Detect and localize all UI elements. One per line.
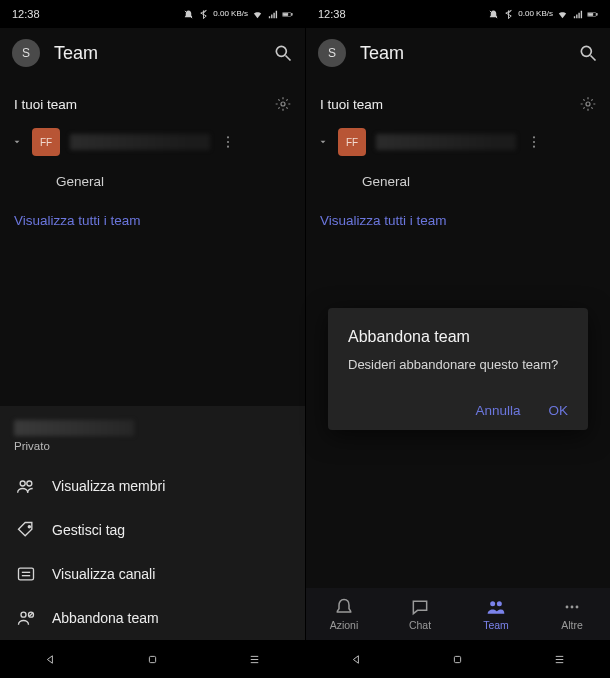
home-icon[interactable] xyxy=(450,652,465,667)
svg-point-16 xyxy=(21,612,26,617)
leave-team-dialog: Abbandona team Desideri abbandonare ques… xyxy=(328,308,588,429)
svg-point-8 xyxy=(227,141,229,143)
see-all-teams-link[interactable]: Visualizza tutti i team xyxy=(306,199,610,242)
channel-general[interactable]: General xyxy=(306,164,610,199)
sheet-item-manage-tags[interactable]: Gestisci tag xyxy=(0,508,305,552)
search-icon[interactable] xyxy=(273,43,293,63)
status-indicators: 0.00 KB/s xyxy=(488,9,598,20)
sheet-item-view-members[interactable]: Visualizza membri xyxy=(0,464,305,508)
mute-icon xyxy=(183,9,194,20)
svg-point-12 xyxy=(28,526,30,528)
svg-line-28 xyxy=(591,56,596,61)
sheet-item-label: Gestisci tag xyxy=(52,522,125,538)
net-speed: 0.00 KB/s xyxy=(213,10,248,18)
people-icon xyxy=(16,476,36,496)
battery-icon xyxy=(587,9,598,20)
svg-point-37 xyxy=(576,606,579,609)
nav-azioni[interactable]: Azioni xyxy=(306,588,382,640)
more-icon[interactable] xyxy=(526,134,542,150)
left-screenshot: 12:38 0.00 KB/s S Team I tuoi team FF Ge… xyxy=(0,0,305,678)
svg-point-31 xyxy=(533,141,535,143)
bluetooth-icon xyxy=(198,9,209,20)
svg-rect-19 xyxy=(149,656,155,662)
mute-icon xyxy=(488,9,499,20)
svg-point-29 xyxy=(586,102,590,106)
page-title: Team xyxy=(360,43,564,64)
svg-rect-3 xyxy=(283,13,288,15)
nav-more[interactable]: Altre xyxy=(534,588,610,640)
gear-icon[interactable] xyxy=(580,96,596,112)
page-title: Team xyxy=(54,43,259,64)
your-teams-label: I tuoi team xyxy=(320,97,383,112)
svg-point-10 xyxy=(20,481,25,486)
bottom-nav: Azioni Chat Team Altre xyxy=(306,588,610,640)
home-icon[interactable] xyxy=(145,652,160,667)
team-row[interactable]: FF xyxy=(306,120,610,164)
back-icon[interactable] xyxy=(349,652,364,667)
signal-icon xyxy=(267,9,278,20)
svg-point-30 xyxy=(533,136,535,138)
nav-team[interactable]: Team xyxy=(458,588,534,640)
svg-line-18 xyxy=(29,613,32,616)
team-name-redacted xyxy=(70,134,210,150)
svg-line-5 xyxy=(286,56,291,61)
tag-icon xyxy=(16,520,36,540)
team-badge: FF xyxy=(32,128,60,156)
recents-icon[interactable] xyxy=(247,652,262,667)
team-name-redacted xyxy=(376,134,516,150)
see-all-teams-link[interactable]: Visualizza tutti i team xyxy=(0,199,305,242)
gear-icon[interactable] xyxy=(275,96,291,112)
svg-rect-38 xyxy=(455,656,461,662)
svg-point-36 xyxy=(571,606,574,609)
nav-label: Chat xyxy=(409,619,431,631)
recents-icon[interactable] xyxy=(552,652,567,667)
android-nav-bar xyxy=(306,640,610,678)
chevron-down-icon[interactable] xyxy=(12,137,22,147)
cancel-button[interactable]: Annulla xyxy=(475,403,520,418)
team-row[interactable]: FF xyxy=(0,120,305,164)
search-icon[interactable] xyxy=(578,43,598,63)
your-teams-heading: I tuoi team xyxy=(306,78,610,120)
svg-rect-25 xyxy=(596,13,597,15)
back-icon[interactable] xyxy=(43,652,58,667)
team-actions-sheet: Privato Visualizza membri Gestisci tag V… xyxy=(0,406,305,640)
dialog-message: Desideri abbandonare questo team? xyxy=(348,356,568,374)
svg-point-32 xyxy=(533,146,535,148)
svg-point-35 xyxy=(566,606,569,609)
sheet-team-name-redacted xyxy=(14,420,134,436)
list-icon xyxy=(16,564,36,584)
svg-point-4 xyxy=(276,46,286,56)
nav-chat[interactable]: Chat xyxy=(382,588,458,640)
android-nav-bar xyxy=(0,640,305,678)
leave-icon xyxy=(16,608,36,628)
profile-avatar[interactable]: S xyxy=(318,39,346,67)
status-bar: 12:38 0.00 KB/s xyxy=(0,0,305,28)
dialog-title: Abbandona team xyxy=(348,328,568,346)
battery-icon xyxy=(282,9,293,20)
app-header: S Team xyxy=(0,28,305,78)
svg-point-11 xyxy=(27,481,32,486)
sheet-item-label: Abbandona team xyxy=(52,610,159,626)
status-time: 12:38 xyxy=(318,8,346,20)
chevron-down-icon[interactable] xyxy=(318,137,328,147)
svg-point-27 xyxy=(581,46,591,56)
profile-avatar[interactable]: S xyxy=(12,39,40,67)
your-teams-label: I tuoi team xyxy=(14,97,77,112)
svg-point-34 xyxy=(497,601,502,606)
wifi-icon xyxy=(252,9,263,20)
status-time: 12:38 xyxy=(12,8,40,20)
sheet-item-label: Visualizza canali xyxy=(52,566,155,582)
svg-point-7 xyxy=(227,136,229,138)
sheet-item-label: Visualizza membri xyxy=(52,478,165,494)
channel-general[interactable]: General xyxy=(0,164,305,199)
svg-point-9 xyxy=(227,146,229,148)
your-teams-heading: I tuoi team xyxy=(0,78,305,120)
bluetooth-icon xyxy=(503,9,514,20)
svg-rect-26 xyxy=(588,13,593,15)
status-bar: 12:38 0.00 KB/s xyxy=(306,0,610,28)
sheet-item-view-channels[interactable]: Visualizza canali xyxy=(0,552,305,596)
sheet-item-leave-team[interactable]: Abbandona team xyxy=(0,596,305,640)
ok-button[interactable]: OK xyxy=(548,403,568,418)
more-icon[interactable] xyxy=(220,134,236,150)
team-badge: FF xyxy=(338,128,366,156)
